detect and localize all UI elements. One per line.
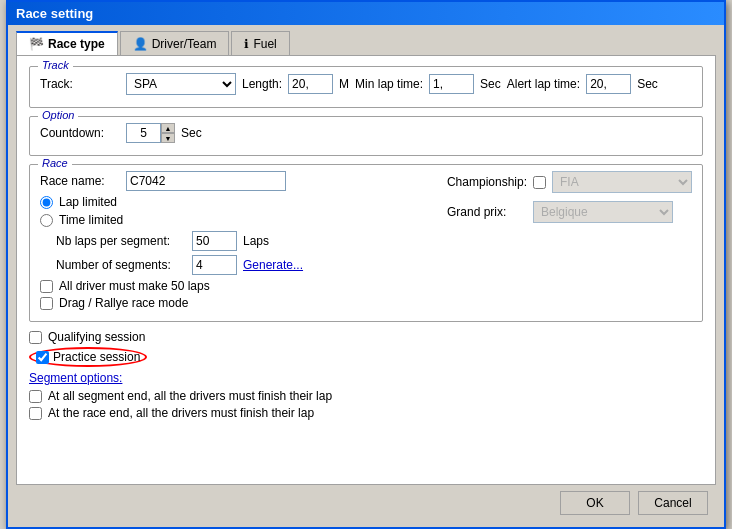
drag-rallye-checkbox[interactable] [40, 297, 53, 310]
championship-select[interactable]: FIA [552, 171, 692, 193]
cancel-button[interactable]: Cancel [638, 491, 708, 515]
grand-prix-row: Grand prix: Belgique [447, 201, 692, 223]
race-setting-dialog: Race setting 🏁 Race type 👤 Driver/Team ℹ… [6, 0, 726, 529]
segment-option1-checkbox[interactable] [29, 390, 42, 403]
tab-fuel[interactable]: ℹ Fuel [231, 31, 289, 55]
track-section-label: Track [38, 59, 73, 71]
segment-option1-row: At all segment end, all the drivers must… [29, 389, 703, 403]
drag-rallye-label: Drag / Rallye race mode [59, 296, 188, 310]
nb-segments-row: Number of segments: Generate... [56, 255, 447, 275]
nb-segments-label: Number of segments: [56, 258, 186, 272]
segment-option1-label: At all segment end, all the drivers must… [48, 389, 332, 403]
tab-driver-team[interactable]: 👤 Driver/Team [120, 31, 230, 55]
title-bar: Race setting [8, 2, 724, 25]
countdown-label: Countdown: [40, 126, 120, 140]
grand-prix-select[interactable]: Belgique [533, 201, 673, 223]
ok-button[interactable]: OK [560, 491, 630, 515]
practice-row: Practice session [29, 347, 703, 367]
race-right-panel: Championship: FIA Grand prix: Belgique [447, 171, 692, 227]
alert-lap-unit: Sec [637, 77, 658, 91]
countdown-spinner: ▲ ▼ [126, 123, 175, 143]
track-select[interactable]: SPA Monza Silverstone [126, 73, 236, 95]
spinner-buttons: ▲ ▼ [161, 123, 175, 143]
championship-row: Championship: FIA [447, 171, 692, 193]
option-section: Option Countdown: ▲ ▼ Sec [29, 116, 703, 156]
button-row: OK Cancel [16, 485, 716, 519]
length-unit: M [339, 77, 349, 91]
race-section: Race Race name: Lap limited [29, 164, 703, 322]
practice-label: Practice session [53, 350, 140, 364]
length-input[interactable] [288, 74, 333, 94]
min-lap-label: Min lap time: [355, 77, 423, 91]
nb-segments-input[interactable] [192, 255, 237, 275]
qualifying-checkbox[interactable] [29, 331, 42, 344]
spinner-down-button[interactable]: ▼ [161, 133, 175, 143]
race-type-tab-icon: 🏁 [29, 37, 44, 51]
driver-team-tab-label: Driver/Team [152, 37, 217, 51]
race-name-label: Race name: [40, 174, 120, 188]
championship-label: Championship: [447, 175, 527, 189]
lap-limited-radio[interactable] [40, 196, 53, 209]
time-limited-label: Time limited [59, 213, 123, 227]
race-name-row: Race name: [40, 171, 447, 191]
length-label: Length: [242, 77, 282, 91]
min-lap-input[interactable] [429, 74, 474, 94]
countdown-unit: Sec [181, 126, 202, 140]
track-section: Track Track: SPA Monza Silverstone Lengt… [29, 66, 703, 108]
fuel-tab-icon: ℹ [244, 37, 249, 51]
race-name-input[interactable] [126, 171, 286, 191]
nb-laps-row: Nb laps per segment: Laps [56, 231, 447, 251]
all-driver-label: All driver must make 50 laps [59, 279, 210, 293]
championship-checkbox[interactable] [533, 176, 546, 189]
dialog-title: Race setting [16, 6, 93, 21]
dialog-body: 🏁 Race type 👤 Driver/Team ℹ Fuel Track T… [8, 25, 724, 527]
all-driver-row: All driver must make 50 laps [40, 279, 447, 293]
race-left-panel: Race name: Lap limited Time limited [40, 171, 447, 313]
generate-link[interactable]: Generate... [243, 258, 303, 272]
countdown-input[interactable] [126, 123, 161, 143]
segment-option2-label: At the race end, all the drivers must fi… [48, 406, 314, 420]
lap-limited-label: Lap limited [59, 195, 117, 209]
qualifying-row: Qualifying session [29, 330, 703, 344]
tab-content: Track Track: SPA Monza Silverstone Lengt… [16, 55, 716, 485]
spinner-up-button[interactable]: ▲ [161, 123, 175, 133]
grand-prix-label: Grand prix: [447, 205, 527, 219]
segment-options-section: Segment options: At all segment end, all… [29, 371, 703, 420]
qualifying-label: Qualifying session [48, 330, 145, 344]
drag-rallye-row: Drag / Rallye race mode [40, 296, 447, 310]
practice-checkbox[interactable] [36, 351, 49, 364]
all-driver-checkbox[interactable] [40, 280, 53, 293]
practice-highlight: Practice session [29, 347, 147, 367]
option-section-label: Option [38, 109, 78, 121]
time-limited-radio[interactable] [40, 214, 53, 227]
segment-options-title: Segment options: [29, 371, 703, 385]
min-lap-unit: Sec [480, 77, 501, 91]
track-label: Track: [40, 77, 120, 91]
nb-laps-input[interactable] [192, 231, 237, 251]
lap-limited-row: Lap limited [40, 195, 447, 209]
race-type-tab-label: Race type [48, 37, 105, 51]
track-row: Track: SPA Monza Silverstone Length: M M… [40, 73, 692, 95]
tab-race-type[interactable]: 🏁 Race type [16, 31, 118, 55]
alert-lap-label: Alert lap time: [507, 77, 580, 91]
qualifying-section: Qualifying session Practice session [29, 330, 703, 367]
race-section-label: Race [38, 157, 72, 169]
countdown-row: Countdown: ▲ ▼ Sec [40, 123, 692, 143]
time-limited-row: Time limited [40, 213, 447, 227]
alert-lap-input[interactable] [586, 74, 631, 94]
segment-option2-checkbox[interactable] [29, 407, 42, 420]
race-main-row: Race name: Lap limited Time limited [40, 171, 692, 313]
segment-option2-row: At the race end, all the drivers must fi… [29, 406, 703, 420]
nb-laps-unit: Laps [243, 234, 269, 248]
nb-laps-label: Nb laps per segment: [56, 234, 186, 248]
tabs-bar: 🏁 Race type 👤 Driver/Team ℹ Fuel [16, 31, 716, 55]
fuel-tab-label: Fuel [253, 37, 276, 51]
driver-team-tab-icon: 👤 [133, 37, 148, 51]
